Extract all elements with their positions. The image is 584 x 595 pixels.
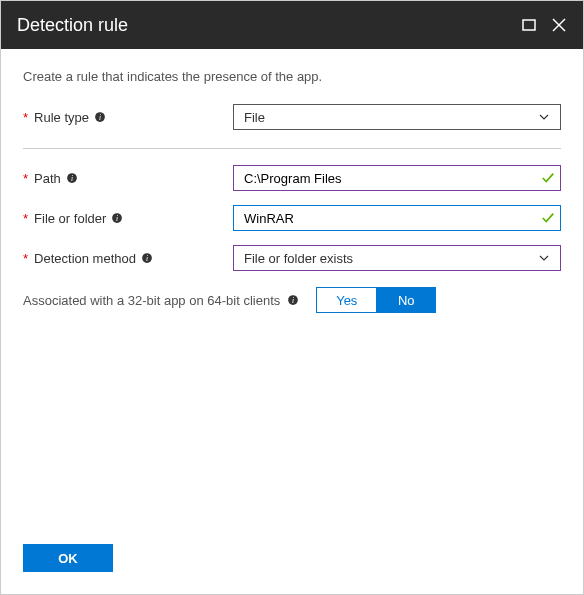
detection-method-control: File or folder exists	[233, 245, 561, 271]
svg-text:i: i	[116, 214, 118, 223]
panel-footer: OK	[1, 528, 583, 594]
associated-32bit-toggle: Yes No	[316, 287, 436, 313]
detection-rule-panel: Detection rule Create a rule that indica…	[0, 0, 584, 595]
chevron-down-icon	[538, 111, 550, 123]
rule-type-row: * Rule type i File	[23, 104, 561, 130]
file-folder-label: * File or folder i	[23, 211, 233, 226]
path-input[interactable]	[233, 165, 561, 191]
panel-content: Create a rule that indicates the presenc…	[1, 49, 583, 528]
rule-type-control: File	[233, 104, 561, 130]
path-label-text: Path	[34, 171, 61, 186]
detection-method-value: File or folder exists	[244, 251, 353, 266]
path-row: * Path i	[23, 165, 561, 191]
check-icon	[541, 171, 555, 185]
svg-text:i: i	[146, 254, 148, 263]
path-control	[233, 165, 561, 191]
detection-method-select[interactable]: File or folder exists	[233, 245, 561, 271]
check-icon	[541, 211, 555, 225]
info-icon[interactable]: i	[93, 110, 107, 124]
close-icon[interactable]	[551, 17, 567, 33]
ok-button[interactable]: OK	[23, 544, 113, 572]
svg-rect-0	[523, 20, 535, 30]
file-folder-label-text: File or folder	[34, 211, 106, 226]
panel-description: Create a rule that indicates the presenc…	[23, 69, 561, 84]
rule-type-label-text: Rule type	[34, 110, 89, 125]
required-asterisk: *	[23, 171, 28, 186]
associated-32bit-label: Associated with a 32-bit app on 64-bit c…	[23, 293, 280, 308]
required-asterisk: *	[23, 110, 28, 125]
required-asterisk: *	[23, 211, 28, 226]
rule-type-value: File	[244, 110, 265, 125]
associated-32bit-row: Associated with a 32-bit app on 64-bit c…	[23, 287, 561, 313]
info-icon[interactable]: i	[110, 211, 124, 225]
panel-header: Detection rule	[1, 1, 583, 49]
panel-title: Detection rule	[17, 15, 128, 36]
info-icon[interactable]: i	[286, 293, 300, 307]
detection-method-row: * Detection method i File or folder exis…	[23, 245, 561, 271]
toggle-yes-button[interactable]: Yes	[316, 287, 376, 313]
file-folder-control	[233, 205, 561, 231]
svg-text:i: i	[292, 296, 294, 305]
rule-type-select[interactable]: File	[233, 104, 561, 130]
file-folder-input[interactable]	[233, 205, 561, 231]
file-folder-row: * File or folder i	[23, 205, 561, 231]
detection-method-label-text: Detection method	[34, 251, 136, 266]
divider	[23, 148, 561, 149]
svg-text:i: i	[99, 113, 101, 122]
info-icon[interactable]: i	[140, 251, 154, 265]
maximize-icon[interactable]	[521, 17, 537, 33]
info-icon[interactable]: i	[65, 171, 79, 185]
chevron-down-icon	[538, 252, 550, 264]
detection-method-label: * Detection method i	[23, 251, 233, 266]
header-controls	[521, 17, 567, 33]
required-asterisk: *	[23, 251, 28, 266]
rule-type-label: * Rule type i	[23, 110, 233, 125]
toggle-no-button[interactable]: No	[376, 287, 436, 313]
path-label: * Path i	[23, 171, 233, 186]
svg-text:i: i	[71, 174, 73, 183]
